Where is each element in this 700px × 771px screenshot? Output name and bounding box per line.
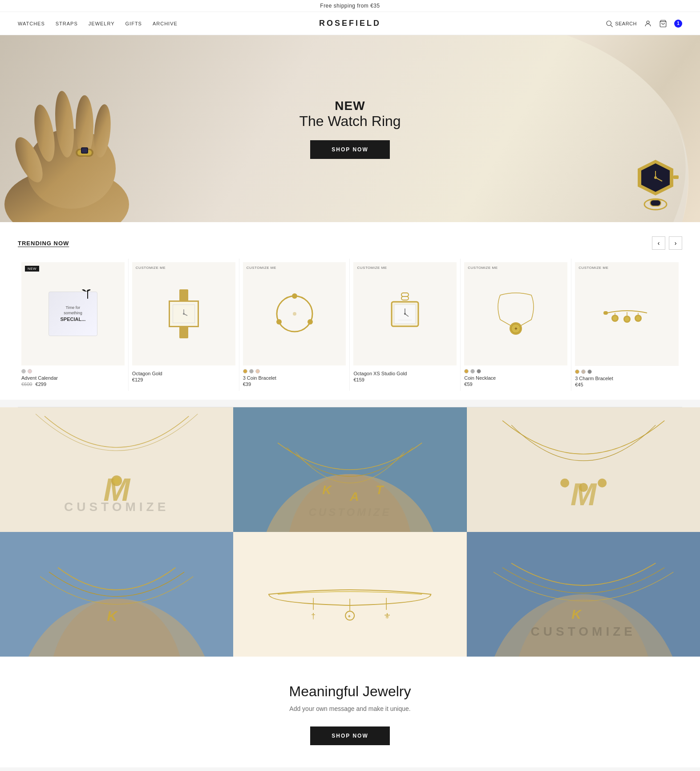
nav-actions: SEARCH 1 [605,20,682,28]
brand-logo[interactable]: ROSEFIELD [319,19,381,28]
svg-point-25 [183,313,185,315]
product-name-necklace: Coin Necklace [464,375,567,381]
nav-archive[interactable]: ARCHIVE [153,21,178,26]
gallery-item-3[interactable]: M [467,407,700,532]
color-dot [575,369,579,374]
nav-links: WATCHES STRAPS JEWELRY GIFTS ARCHIVE [18,21,178,26]
product-coin-bracelet[interactable]: CUSTOMIZE ME 3 Coin Bracelet [239,259,350,391]
hero-curl-svg [540,35,700,222]
cart-badge: 1 [674,20,682,28]
account-button[interactable] [644,20,652,28]
product-image-bracelet: CUSTOMIZE ME [243,262,346,365]
navigation: WATCHES STRAPS JEWELRY GIFTS ARCHIVE ROS… [0,12,700,35]
meaningful-section: Meaningful Jewelry Add your own message … [0,657,700,767]
gallery-item-2[interactable]: K A T CustOMIZE [233,407,466,532]
gallery-customize-label-6: CUSTOMIZE [531,625,636,639]
svg-point-64 [560,479,569,487]
product-colors-necklace [464,369,567,373]
gallery-customize-label-1: CUSTOMIZE [64,500,169,514]
gallery-item-1[interactable]: M CUSTOMIZE [0,407,233,532]
product-coin-necklace[interactable]: CUSTOMIZE ME ✦ Coin Necklace [461,259,571,391]
gallery-item-6[interactable]: K CUSTOMIZE [467,532,700,657]
product-colors-charm [575,369,679,374]
announcement-text: Free shipping from €35 [320,3,380,9]
svg-text:T: T [376,483,385,497]
hero-hand-area [0,35,187,222]
trending-next-button[interactable]: › [669,236,682,250]
svg-point-43 [613,316,617,321]
svg-rect-22 [650,200,661,206]
product-price-current-bracelet: €39 [243,381,251,387]
account-icon [644,20,652,28]
product-price-current-advent: €299 [36,381,46,387]
search-label: SEARCH [615,21,637,26]
customize-badge-necklace: CUSTOMIZE ME [468,266,498,270]
svg-text:K: K [322,483,332,497]
color-dot [477,369,481,373]
customize-badge-charm: CUSTOMIZE ME [579,266,608,270]
svg-point-55 [113,477,120,484]
watch-band-top [179,289,188,300]
product-advent-calendar[interactable]: NEW Time for something SPECIAL... [18,259,129,391]
customize-badge-octagon: CUSTOMIZE ME [136,266,166,270]
trending-prev-button[interactable]: ‹ [652,236,665,250]
hero-cta-button[interactable]: SHOP NOW [310,140,389,159]
product-price-bracelet: €39 [243,381,346,387]
hero-section: NEW The Watch Ring SHOP NOW [0,35,700,222]
product-price-current-octagon: €129 [132,377,143,382]
bracelet-svg [272,292,317,336]
hero-curl-area [540,35,700,222]
product-charm-bracelet[interactable]: CUSTOMIZE ME [571,259,682,391]
nav-straps[interactable]: STRAPS [56,21,78,26]
necklace-svg: ✦ [494,288,538,337]
product-image-necklace: CUSTOMIZE ME ✦ [464,262,567,365]
meaningful-cta-button[interactable]: SHOP NOW [310,726,389,745]
svg-point-28 [308,319,313,325]
charm-bracelet-svg [603,300,651,326]
hero-title: The Watch Ring [299,113,401,130]
product-image-charm: CUSTOMIZE ME [575,262,679,366]
nav-jewelry[interactable]: JEWELRY [89,21,115,26]
product-price-necklace: €59 [464,381,567,387]
product-price-advent: €600 €299 [21,381,125,387]
svg-rect-51 [603,311,608,315]
meaningful-title: Meaningful Jewelry [18,683,682,700]
meaningful-subtitle: Add your own message and make it unique. [18,705,682,712]
gallery-item-4[interactable]: K [0,532,233,657]
watch-band-bottom [179,327,188,338]
svg-text:K: K [571,607,582,621]
product-price-current-charm: €45 [575,382,583,387]
customize-badge-bracelet: CUSTOMIZE ME [247,266,276,270]
color-dot [581,369,586,374]
product-octagon-gold[interactable]: CUSTOMIZE ME [129,259,239,391]
nav-gifts[interactable]: GIFTS [125,21,142,26]
watch-hands [175,307,193,321]
product-price-old-advent: €600 [21,381,32,387]
svg-rect-32 [401,296,409,300]
nav-watches[interactable]: WATCHES [18,21,45,26]
watch-face [169,300,199,327]
announcement-bar: Free shipping from €35 [0,0,700,12]
svg-text:K: K [107,608,118,624]
search-button[interactable]: SEARCH [605,20,637,28]
svg-point-46 [625,317,629,321]
cart-button[interactable] [659,20,667,28]
color-dot [249,369,254,373]
gallery-item-5[interactable]: † ♠ ⚜ [233,532,466,657]
hero-content: NEW The Watch Ring SHOP NOW [299,99,401,159]
products-row: NEW Time for something SPECIAL... [18,259,682,391]
product-colors-bracelet [243,369,346,373]
chain-watch-illustration [383,291,427,337]
color-dot [28,369,32,373]
search-icon [605,20,613,28]
product-octagon-xs[interactable]: CUSTOMIZE ME [350,259,461,391]
trending-header: TRENDING NOW ‹ › [18,236,682,250]
svg-text:♠: ♠ [348,613,351,618]
product-name-octagon: Octagon Gold [132,371,235,376]
product-price-current-xs: €159 [353,377,364,382]
color-dot [243,369,247,373]
product-price-charm: €45 [575,382,679,387]
svg-point-65 [579,483,588,492]
product-image-octagon-xs: CUSTOMIZE ME [353,262,457,365]
hero-badge: NEW [299,99,401,113]
